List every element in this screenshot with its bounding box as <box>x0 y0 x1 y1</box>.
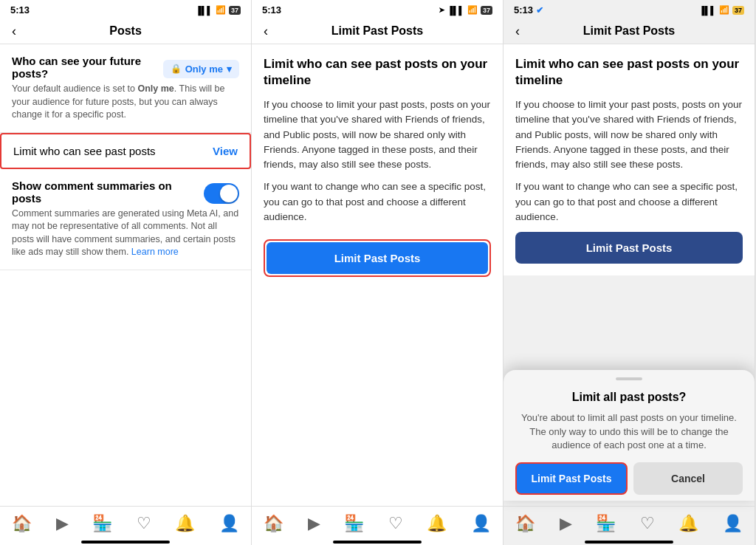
modal-handle <box>616 377 642 380</box>
video-nav-icon-2[interactable]: ▶ <box>308 514 320 533</box>
heart-nav-icon-2[interactable]: ♡ <box>388 514 403 533</box>
modal-sheet: Limit all past posts? You're about to li… <box>504 370 755 501</box>
signal-icon-2: ▐▌▌ <box>447 6 464 15</box>
marketplace-nav-icon-2[interactable]: 🏪 <box>344 514 364 533</box>
panel-2: 5:13 ➤ ▐▌▌ 📶 37 ‹ Limit Past Posts Limit… <box>252 0 504 545</box>
modal-desc: You're about to limit all past posts on … <box>504 411 755 452</box>
panel3-body: Limit who can see past posts on your tim… <box>504 44 755 275</box>
content-3: Limit who can see past posts on your tim… <box>504 44 755 506</box>
modal-confirm-button[interactable]: Limit Past Posts <box>515 462 628 495</box>
limit-body-text-2: If you want to change who can see a spec… <box>264 179 491 224</box>
chevron-down-icon: ▾ <box>227 64 232 75</box>
panel3-body-text-2: If you want to change who can see a spec… <box>515 179 743 224</box>
bottom-nav-1: 🏠 ▶ 🏪 ♡ 🔔 👤 <box>0 506 251 538</box>
video-nav-icon-3[interactable]: ▶ <box>560 514 572 533</box>
status-icons-3: ▐▌▌ 📶 37 <box>699 5 744 15</box>
content-2: Limit who can see past posts on your tim… <box>252 44 503 506</box>
future-posts-row: Who can see your future posts? 🔒 Only me… <box>12 55 239 83</box>
bottom-nav-3: 🏠 ▶ 🏪 ♡ 🔔 👤 <box>504 506 755 538</box>
modal-title: Limit all past posts? <box>504 391 755 404</box>
profile-nav-icon[interactable]: 👤 <box>219 514 239 533</box>
nav-title-2: Limit Past Posts <box>331 24 423 38</box>
lock-icon: 🔒 <box>171 64 182 74</box>
limit-btn-wrapper: Limit Past Posts <box>264 239 491 277</box>
limit-body-text-1: If you choose to limit your past posts, … <box>264 97 491 172</box>
status-time-1: 5:13 <box>10 4 30 16</box>
panel-3: 5:13 ✔ ▐▌▌ 📶 37 ‹ Limit Past Posts Limit… <box>504 0 755 545</box>
back-button-2[interactable]: ‹ <box>264 24 268 39</box>
home-indicator-1 <box>81 541 170 544</box>
profile-nav-icon-3[interactable]: 👤 <box>723 514 743 533</box>
bell-nav-icon[interactable]: 🔔 <box>175 514 195 533</box>
limit-past-posts-content: Limit who can see past posts on your tim… <box>252 44 503 289</box>
status-bar-2: 5:13 ➤ ▐▌▌ 📶 37 <box>252 0 503 18</box>
signal-icon-3: ▐▌▌ <box>699 6 716 15</box>
future-posts-section: Who can see your future posts? 🔒 Only me… <box>0 44 251 133</box>
bell-nav-icon-2[interactable]: 🔔 <box>427 514 447 533</box>
comment-summaries-title: Show comment summaries on posts <box>12 179 204 205</box>
status-time-2: 5:13 <box>262 4 281 16</box>
marketplace-nav-icon[interactable]: 🏪 <box>92 514 112 533</box>
panel3-body-text-1: If you choose to limit your past posts, … <box>515 97 743 172</box>
signal-icon-1: ▐▌▌ <box>196 6 213 15</box>
wifi-icon-2: 📶 <box>467 5 478 15</box>
audience-label: Only me <box>185 64 223 75</box>
future-posts-title: Who can see your future posts? <box>12 55 163 80</box>
verified-icon-3: ✔ <box>536 5 543 16</box>
audience-button[interactable]: 🔒 Only me ▾ <box>163 60 239 78</box>
comment-summaries-toggle[interactable] <box>204 183 239 204</box>
battery-1: 37 <box>229 6 241 15</box>
modal-buttons: Limit Past Posts Cancel <box>504 462 755 495</box>
panel-1: 5:13 ▐▌▌ 📶 37 ‹ Posts Who can see your f… <box>0 0 252 545</box>
battery-2: 37 <box>481 6 492 15</box>
home-nav-icon-3[interactable]: 🏠 <box>515 514 535 533</box>
future-posts-desc: Your default audience is set to Only me.… <box>12 83 239 122</box>
comment-summaries-desc: Comment summaries are generated using Me… <box>12 208 239 259</box>
home-nav-icon[interactable]: 🏠 <box>12 514 32 533</box>
learn-more-link[interactable]: Learn more <box>131 247 179 257</box>
status-icons-1: ▐▌▌ 📶 37 <box>196 5 241 15</box>
nav-title-3: Limit Past Posts <box>583 24 675 38</box>
heart-nav-icon-3[interactable]: ♡ <box>640 514 655 533</box>
battery-3: 37 <box>732 6 744 15</box>
wifi-icon-3: 📶 <box>719 5 729 15</box>
profile-nav-icon-2[interactable]: 👤 <box>471 514 491 533</box>
panel3-limit-btn[interactable]: Limit Past Posts <box>515 232 743 264</box>
heart-nav-icon[interactable]: ♡ <box>137 514 151 533</box>
status-icons-2: ➤ ▐▌▌ 📶 37 <box>439 5 492 15</box>
view-button[interactable]: View <box>213 145 238 157</box>
panel3-main-title: Limit who can see past posts on your tim… <box>515 56 743 89</box>
home-indicator-2 <box>333 541 422 544</box>
bottom-nav-2: 🏠 ▶ 🏪 ♡ 🔔 👤 <box>252 506 503 538</box>
limit-main-title: Limit who can see past posts on your tim… <box>264 56 491 89</box>
nav-title-1: Posts <box>109 24 142 38</box>
modal-cancel-button[interactable]: Cancel <box>633 462 743 495</box>
bell-nav-icon-3[interactable]: 🔔 <box>678 514 698 533</box>
home-indicator-3 <box>585 541 673 544</box>
location-icon-2: ➤ <box>439 6 444 14</box>
comment-summaries-section: Show comment summaries on posts Comment … <box>0 169 251 270</box>
content-1: Who can see your future posts? 🔒 Only me… <box>0 44 251 506</box>
back-button-1[interactable]: ‹ <box>12 24 16 39</box>
limit-past-posts-button[interactable]: Limit Past Posts <box>267 242 488 274</box>
comment-summaries-row: Show comment summaries on posts <box>12 179 239 208</box>
limit-past-posts-label: Limit who can see past posts <box>13 145 156 157</box>
marketplace-nav-icon-3[interactable]: 🏪 <box>596 514 616 533</box>
status-bar-3: 5:13 ✔ ▐▌▌ 📶 37 <box>504 0 755 18</box>
nav-header-3: ‹ Limit Past Posts <box>504 18 755 44</box>
home-nav-icon-2[interactable]: 🏠 <box>264 514 284 533</box>
nav-header-2: ‹ Limit Past Posts <box>252 18 503 44</box>
wifi-icon-1: 📶 <box>216 5 226 15</box>
status-bar-1: 5:13 ▐▌▌ 📶 37 <box>0 0 251 18</box>
limit-past-posts-row[interactable]: Limit who can see past posts View <box>0 133 251 169</box>
nav-header-1: ‹ Posts <box>0 18 251 44</box>
status-time-3: 5:13 <box>514 4 533 16</box>
back-button-3[interactable]: ‹ <box>515 24 520 39</box>
video-nav-icon[interactable]: ▶ <box>56 514 69 533</box>
